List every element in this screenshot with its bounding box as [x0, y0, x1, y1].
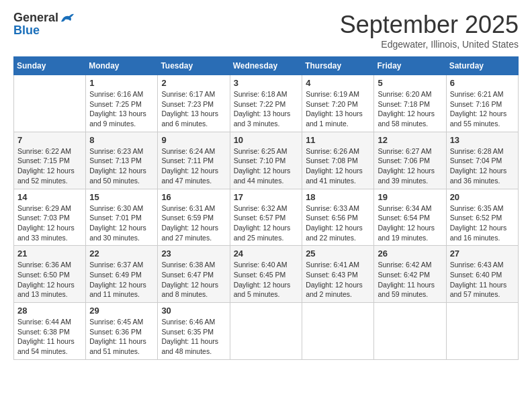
day-number: 26: [378, 248, 442, 259]
calendar-cell: 16Sunrise: 6:31 AM Sunset: 6:59 PM Dayli…: [158, 189, 230, 246]
day-number: 20: [450, 192, 515, 202]
day-number: 21: [17, 248, 82, 259]
day-info: Sunrise: 6:46 AM Sunset: 6:35 PM Dayligh…: [161, 317, 226, 357]
day-number: 14: [17, 192, 82, 202]
day-info: Sunrise: 6:38 AM Sunset: 6:47 PM Dayligh…: [161, 260, 226, 300]
calendar-header-tuesday: Tuesday: [158, 57, 230, 75]
day-info: Sunrise: 6:35 AM Sunset: 6:52 PM Dayligh…: [450, 203, 515, 243]
day-info: Sunrise: 6:24 AM Sunset: 7:11 PM Dayligh…: [161, 146, 226, 186]
day-number: 24: [234, 248, 299, 259]
day-info: Sunrise: 6:20 AM Sunset: 7:18 PM Dayligh…: [378, 89, 442, 129]
day-info: Sunrise: 6:17 AM Sunset: 7:23 PM Dayligh…: [161, 89, 226, 129]
calendar-cell: 17Sunrise: 6:32 AM Sunset: 6:57 PM Dayli…: [230, 189, 302, 246]
day-number: 11: [306, 135, 370, 145]
logo-general-text: General: [13, 11, 58, 25]
calendar-table: SundayMondayTuesdayWednesdayThursdayFrid…: [13, 56, 519, 360]
logo: General Blue: [13, 11, 75, 38]
day-number: 18: [306, 192, 370, 202]
calendar-cell: 8Sunrise: 6:23 AM Sunset: 7:13 PM Daylig…: [86, 132, 158, 189]
day-info: Sunrise: 6:19 AM Sunset: 7:20 PM Dayligh…: [306, 89, 370, 129]
calendar-week-row: 1Sunrise: 6:16 AM Sunset: 7:25 PM Daylig…: [14, 75, 519, 132]
calendar-cell: 22Sunrise: 6:37 AM Sunset: 6:49 PM Dayli…: [86, 246, 158, 303]
day-number: 6: [450, 78, 515, 88]
day-number: 29: [89, 306, 154, 316]
calendar-week-row: 21Sunrise: 6:36 AM Sunset: 6:50 PM Dayli…: [14, 246, 519, 303]
day-info: Sunrise: 6:18 AM Sunset: 7:22 PM Dayligh…: [234, 89, 299, 129]
day-number: 13: [450, 135, 515, 145]
calendar-cell: 11Sunrise: 6:26 AM Sunset: 7:08 PM Dayli…: [302, 132, 374, 189]
day-number: 7: [17, 135, 82, 145]
calendar-cell: 23Sunrise: 6:38 AM Sunset: 6:47 PM Dayli…: [158, 246, 230, 303]
calendar-week-row: 28Sunrise: 6:44 AM Sunset: 6:38 PM Dayli…: [14, 303, 519, 360]
calendar-cell: [230, 303, 302, 360]
calendar-cell: 4Sunrise: 6:19 AM Sunset: 7:20 PM Daylig…: [302, 75, 374, 132]
day-info: Sunrise: 6:33 AM Sunset: 6:56 PM Dayligh…: [306, 203, 370, 243]
day-number: 1: [89, 78, 154, 88]
calendar-header-friday: Friday: [374, 57, 446, 75]
day-info: Sunrise: 6:32 AM Sunset: 6:57 PM Dayligh…: [234, 203, 299, 243]
calendar-cell: 25Sunrise: 6:41 AM Sunset: 6:43 PM Dayli…: [302, 246, 374, 303]
calendar-cell: 1Sunrise: 6:16 AM Sunset: 7:25 PM Daylig…: [86, 75, 158, 132]
day-info: Sunrise: 6:43 AM Sunset: 6:40 PM Dayligh…: [450, 260, 515, 300]
calendar-cell: [302, 303, 374, 360]
day-number: 23: [161, 248, 226, 259]
day-info: Sunrise: 6:45 AM Sunset: 6:36 PM Dayligh…: [89, 317, 154, 357]
day-number: 15: [89, 192, 154, 202]
day-number: 28: [17, 306, 82, 316]
day-info: Sunrise: 6:27 AM Sunset: 7:06 PM Dayligh…: [378, 146, 442, 186]
calendar-cell: [446, 303, 518, 360]
day-number: 19: [378, 192, 442, 202]
calendar-cell: 5Sunrise: 6:20 AM Sunset: 7:18 PM Daylig…: [374, 75, 446, 132]
calendar-cell: [374, 303, 446, 360]
calendar-header-saturday: Saturday: [446, 57, 518, 75]
day-info: Sunrise: 6:36 AM Sunset: 6:50 PM Dayligh…: [17, 260, 82, 300]
day-number: 27: [450, 248, 515, 259]
day-number: 12: [378, 135, 442, 145]
calendar-cell: 18Sunrise: 6:33 AM Sunset: 6:56 PM Dayli…: [302, 189, 374, 246]
calendar-cell: 3Sunrise: 6:18 AM Sunset: 7:22 PM Daylig…: [230, 75, 302, 132]
day-info: Sunrise: 6:16 AM Sunset: 7:25 PM Dayligh…: [89, 89, 154, 129]
calendar-cell: 19Sunrise: 6:34 AM Sunset: 6:54 PM Dayli…: [374, 189, 446, 246]
day-number: 9: [161, 135, 226, 145]
calendar-cell: 26Sunrise: 6:42 AM Sunset: 6:42 PM Dayli…: [374, 246, 446, 303]
calendar-cell: 10Sunrise: 6:25 AM Sunset: 7:10 PM Dayli…: [230, 132, 302, 189]
day-info: Sunrise: 6:30 AM Sunset: 7:01 PM Dayligh…: [89, 203, 154, 243]
calendar-header-wednesday: Wednesday: [230, 57, 302, 75]
day-info: Sunrise: 6:42 AM Sunset: 6:42 PM Dayligh…: [378, 260, 442, 300]
calendar-cell: 21Sunrise: 6:36 AM Sunset: 6:50 PM Dayli…: [14, 246, 86, 303]
day-info: Sunrise: 6:37 AM Sunset: 6:49 PM Dayligh…: [89, 260, 154, 300]
calendar-cell: 9Sunrise: 6:24 AM Sunset: 7:11 PM Daylig…: [158, 132, 230, 189]
calendar-cell: [14, 75, 86, 132]
calendar-header-row: SundayMondayTuesdayWednesdayThursdayFrid…: [14, 57, 519, 75]
logo-blue-text: Blue: [13, 24, 40, 38]
header: General Blue September 2025 Edgewater, I…: [13, 11, 519, 50]
calendar-cell: 2Sunrise: 6:17 AM Sunset: 7:23 PM Daylig…: [158, 75, 230, 132]
day-info: Sunrise: 6:44 AM Sunset: 6:38 PM Dayligh…: [17, 317, 82, 357]
day-info: Sunrise: 6:23 AM Sunset: 7:13 PM Dayligh…: [89, 146, 154, 186]
day-info: Sunrise: 6:31 AM Sunset: 6:59 PM Dayligh…: [161, 203, 226, 243]
day-info: Sunrise: 6:29 AM Sunset: 7:03 PM Dayligh…: [17, 203, 82, 243]
day-info: Sunrise: 6:34 AM Sunset: 6:54 PM Dayligh…: [378, 203, 442, 243]
calendar-header-sunday: Sunday: [14, 57, 86, 75]
calendar-week-row: 14Sunrise: 6:29 AM Sunset: 7:03 PM Dayli…: [14, 189, 519, 246]
month-title: September 2025: [340, 11, 519, 39]
calendar-cell: 28Sunrise: 6:44 AM Sunset: 6:38 PM Dayli…: [14, 303, 86, 360]
day-info: Sunrise: 6:22 AM Sunset: 7:15 PM Dayligh…: [17, 146, 82, 186]
day-number: 2: [161, 78, 226, 88]
day-number: 25: [306, 248, 370, 259]
day-number: 5: [378, 78, 442, 88]
day-number: 30: [161, 306, 226, 316]
calendar-cell: 27Sunrise: 6:43 AM Sunset: 6:40 PM Dayli…: [446, 246, 518, 303]
day-number: 4: [306, 78, 370, 88]
day-number: 17: [234, 192, 299, 202]
day-number: 10: [234, 135, 299, 145]
calendar-cell: 29Sunrise: 6:45 AM Sunset: 6:36 PM Dayli…: [86, 303, 158, 360]
day-info: Sunrise: 6:26 AM Sunset: 7:08 PM Dayligh…: [306, 146, 370, 186]
calendar-cell: 30Sunrise: 6:46 AM Sunset: 6:35 PM Dayli…: [158, 303, 230, 360]
day-number: 3: [234, 78, 299, 88]
calendar-cell: 24Sunrise: 6:40 AM Sunset: 6:45 PM Dayli…: [230, 246, 302, 303]
day-number: 16: [161, 192, 226, 202]
logo-bird-icon: [60, 12, 75, 24]
day-info: Sunrise: 6:25 AM Sunset: 7:10 PM Dayligh…: [234, 146, 299, 186]
calendar-cell: 6Sunrise: 6:21 AM Sunset: 7:16 PM Daylig…: [446, 75, 518, 132]
